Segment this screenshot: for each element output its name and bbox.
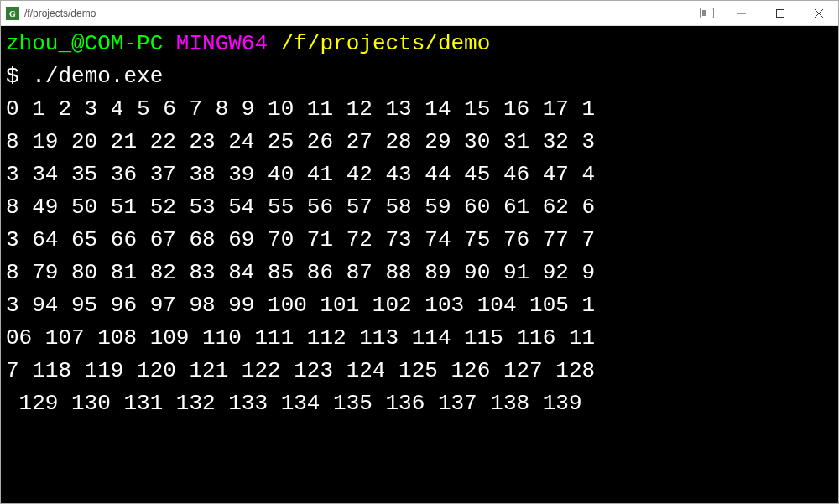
prompt-symbol: $ xyxy=(6,64,19,89)
minimize-button[interactable] xyxy=(722,1,761,25)
output-line: 3 64 65 66 67 68 69 70 71 72 73 74 75 76… xyxy=(6,227,595,252)
output-line: 8 49 50 51 52 53 54 55 56 57 58 59 60 61… xyxy=(6,195,595,220)
svg-rect-3 xyxy=(777,9,784,17)
minimize-icon xyxy=(737,9,746,18)
app-icon: G xyxy=(6,7,19,20)
window-title: /f/projects/demo xyxy=(24,8,700,19)
output-line: 06 107 108 109 110 111 112 113 114 115 1… xyxy=(6,325,595,351)
close-button[interactable] xyxy=(800,1,838,25)
terminal-window: G /f/projects/demo zhou xyxy=(0,0,839,504)
prompt-user-host: zhou_@COM-PC xyxy=(6,31,163,56)
prompt-path: /f/projects/demo xyxy=(281,31,491,56)
output-line: 8 19 20 21 22 23 24 25 26 27 28 29 30 31… xyxy=(6,129,595,154)
maximize-icon xyxy=(776,9,784,18)
output-line: 129 130 131 132 133 134 135 136 137 138 … xyxy=(6,391,582,416)
output-line: 3 94 95 96 97 98 99 100 101 102 103 104 … xyxy=(6,293,595,318)
close-icon xyxy=(815,9,823,18)
titlebar[interactable]: G /f/projects/demo xyxy=(1,1,838,26)
svg-text:G: G xyxy=(9,9,16,18)
maximize-button[interactable] xyxy=(761,1,800,25)
terminal-body[interactable]: zhou_@COM-PC MINGW64 /f/projects/demo $ … xyxy=(1,26,838,503)
scroll-indicator-icon xyxy=(700,8,714,18)
output-line: 0 1 2 3 4 5 6 7 8 9 10 11 12 13 14 15 16… xyxy=(6,96,595,122)
prompt-env: MINGW64 xyxy=(176,31,268,56)
command-text: ./demo.exe xyxy=(32,64,163,89)
output-line: 8 79 80 81 82 83 84 85 86 87 88 89 90 91… xyxy=(6,260,595,285)
output-line: 3 34 35 36 37 38 39 40 41 42 43 44 45 46… xyxy=(6,162,595,187)
output-line: 7 118 119 120 121 122 123 124 125 126 12… xyxy=(6,358,595,383)
window-controls xyxy=(722,1,838,25)
